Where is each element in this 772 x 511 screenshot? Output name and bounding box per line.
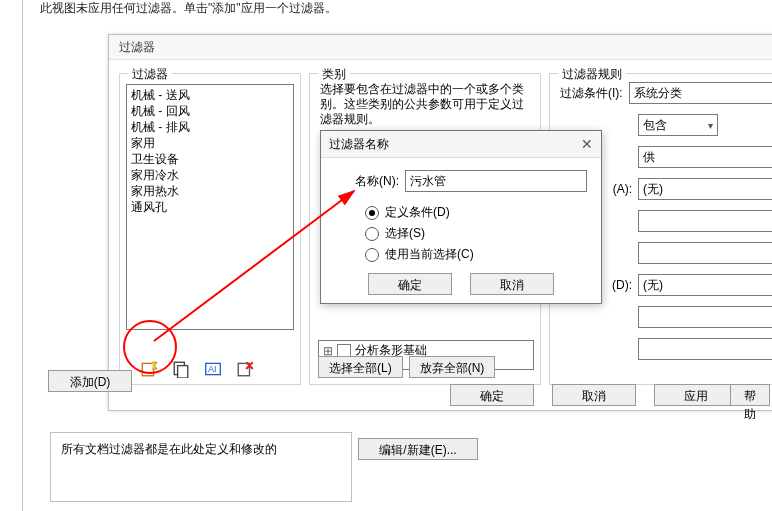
modal-cancel-button[interactable]: 取消 [470,273,554,295]
radio-label: 使用当前选择(C) [385,246,474,263]
radio-icon [365,206,379,220]
name-input[interactable] [405,170,587,192]
radio-select[interactable]: 选择(S) [365,225,587,242]
d-op-select[interactable] [638,306,772,328]
cond-value: 系统分类 [634,85,682,102]
svg-rect-2 [178,366,188,378]
edit-new-button[interactable]: 编辑/新建(E)... [358,438,478,460]
discard-all-button[interactable]: 放弃全部(N) [409,356,496,378]
radio-use-current[interactable]: 使用当前选择(C) [365,246,587,263]
help-button[interactable]: 帮助 [730,384,770,406]
rules-legend: 过滤器规则 [558,66,626,83]
filter-name-dialog: 过滤器名称 ✕ 名称(N): 定义条件(D) 选择(S) 使用当前选择(C) 确… [320,130,602,304]
d-value: (无) [643,277,663,294]
cancel-button[interactable]: 取消 [552,384,636,406]
delete-icon[interactable] [236,360,254,378]
select-all-button[interactable]: 选择全部(L) [318,356,403,378]
radio-icon [365,227,379,241]
copy-icon[interactable] [172,360,190,378]
rename-icon[interactable]: AI [204,360,222,378]
radio-define[interactable]: 定义条件(D) [365,204,587,221]
ok-button[interactable]: 确定 [450,384,534,406]
list-item[interactable]: 家用冷水 [131,167,289,183]
list-item[interactable]: 家用热水 [131,183,289,199]
cond-label: 过滤条件(I): [560,85,623,102]
list-item[interactable]: 卫生设备 [131,151,289,167]
radio-label: 定义条件(D) [385,204,450,221]
svg-rect-0 [142,363,153,375]
apply-button[interactable]: 应用 [654,384,738,406]
doc-filters-label: 所有文档过滤器都是在此处定义和修改的 [50,432,352,502]
svg-text:AI: AI [208,364,217,374]
name-label: 名称(N): [335,173,399,190]
new-filter-icon[interactable] [140,360,158,378]
contains-select[interactable]: 包含 ▾ [638,114,718,136]
a-value: (无) [643,181,663,198]
a-select[interactable]: (无) ▾ [638,178,772,200]
a-op-select[interactable] [638,210,772,232]
list-item[interactable]: 机械 - 回风 [131,103,289,119]
d-select[interactable]: (无) ▾ [638,274,772,296]
radio-label: 选择(S) [385,225,425,242]
left-divider [22,0,23,511]
list-item[interactable]: 通风孔 [131,199,289,215]
categories-legend: 类别 [318,66,350,83]
list-item[interactable]: 家用 [131,135,289,151]
list-item[interactable]: 机械 - 送风 [131,87,289,103]
dialog-title: 过滤器 [109,35,772,60]
contains-label: 包含 [643,117,667,134]
svg-rect-5 [238,363,249,375]
close-icon[interactable]: ✕ [581,131,593,157]
radio-icon [365,248,379,262]
modal-ok-button[interactable]: 确定 [368,273,452,295]
cond-select[interactable]: 系统分类 ▾ [629,82,772,104]
filters-list[interactable]: 机械 - 送风 机械 - 回风 机械 - 排风 家用 卫生设备 家用冷水 家用热… [126,84,294,330]
a-val-input[interactable] [638,242,772,264]
chevron-down-icon: ▾ [708,120,713,131]
modal-title: 过滤器名称 [329,131,389,157]
categories-desc: 选择要包含在过滤器中的一个或多个类别。这些类别的公共参数可用于定义过滤器规则。 [320,82,530,127]
list-item[interactable]: 机械 - 排风 [131,119,289,135]
contains-input[interactable] [638,146,772,168]
add-button[interactable]: 添加(D) [48,370,132,392]
d-val-input[interactable] [638,338,772,360]
filters-legend: 过滤器 [128,66,172,83]
hint-text: 此视图未应用任何过滤器。单击"添加"应用一个过滤器。 [40,0,337,17]
filters-group: 过滤器 机械 - 送风 机械 - 回风 机械 - 排风 家用 卫生设备 家用冷水… [119,73,301,385]
